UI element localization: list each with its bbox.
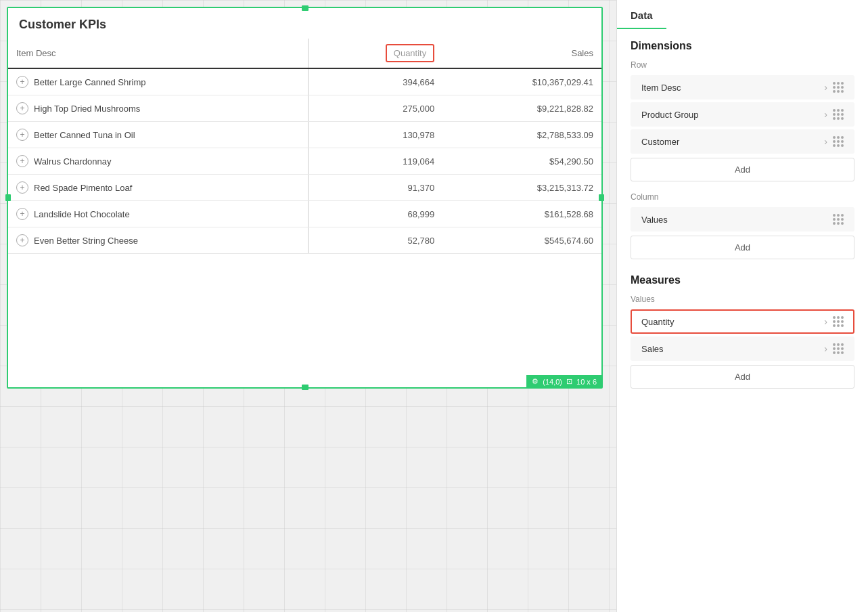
badge-size: 10 x 6 bbox=[576, 378, 597, 386]
chevron-icon: › bbox=[824, 109, 827, 120]
dimension-values[interactable]: Values bbox=[631, 207, 854, 232]
resize-handle-bottom[interactable] bbox=[302, 385, 309, 390]
dimension-customer[interactable]: Customer › bbox=[631, 129, 854, 154]
table-cell-quantity: 130,978 bbox=[308, 122, 442, 148]
dimension-item-desc-label: Item Desc bbox=[641, 83, 681, 93]
dots-icon[interactable] bbox=[833, 316, 844, 327]
dots-icon[interactable] bbox=[833, 82, 844, 93]
dimension-product-group[interactable]: Product Group › bbox=[631, 102, 854, 127]
table-row[interactable]: +Landslide Hot Chocolate68,999$161,528.6… bbox=[8, 201, 601, 227]
table-cell-item: +Landslide Hot Chocolate bbox=[8, 201, 308, 227]
expand-icon[interactable]: + bbox=[16, 76, 28, 88]
measures-add-button[interactable]: Add bbox=[631, 365, 854, 389]
table-cell-item: +Red Spade Pimento Loaf bbox=[8, 175, 308, 201]
table-cell-item: +Better Large Canned Shrimp bbox=[8, 68, 308, 95]
measures-header: Measures bbox=[617, 263, 868, 290]
item-name: Red Spade Pimento Loaf bbox=[34, 183, 132, 193]
table-row[interactable]: +Walrus Chardonnay119,064$54,290.50 bbox=[8, 148, 601, 175]
data-table: Item Desc Quantity Sales +Better Large C… bbox=[8, 39, 601, 254]
table-row[interactable]: +High Top Dried Mushrooms275,000$9,221,8… bbox=[8, 95, 601, 122]
resize-handle-right[interactable] bbox=[599, 194, 604, 201]
dots-icon[interactable] bbox=[833, 136, 844, 147]
expand-icon[interactable]: + bbox=[16, 181, 28, 194]
dots-icon[interactable] bbox=[833, 109, 844, 120]
widget-badge: ⚙ (14,0) ⊡ 10 x 6 bbox=[526, 375, 602, 388]
resize-handle-top[interactable] bbox=[302, 5, 309, 11]
table-cell-item: +Even Better String Cheese bbox=[8, 227, 308, 254]
right-panel: Data Dimensions Row Item Desc › Product … bbox=[616, 0, 868, 612]
table-row[interactable]: +Better Canned Tuna in Oil130,978$2,788,… bbox=[8, 122, 601, 148]
table-cell-sales: $10,367,029.41 bbox=[442, 68, 601, 95]
expand-icon[interactable]: + bbox=[16, 208, 28, 220]
chevron-icon: › bbox=[824, 316, 827, 327]
table-cell-quantity: 52,780 bbox=[308, 227, 442, 254]
expand-icon[interactable]: + bbox=[16, 102, 28, 114]
expand-icon[interactable]: + bbox=[16, 155, 28, 167]
table-cell-item: +Better Canned Tuna in Oil bbox=[8, 122, 308, 148]
item-name: Walrus Chardonnay bbox=[34, 156, 111, 167]
column-add-button[interactable]: Add bbox=[631, 236, 854, 259]
dimension-values-controls bbox=[833, 214, 844, 225]
table-cell-quantity: 119,064 bbox=[308, 148, 442, 175]
dimensions-header: Dimensions bbox=[617, 29, 868, 56]
table-cell-sales: $54,290.50 bbox=[442, 148, 601, 175]
table-row[interactable]: +Better Large Canned Shrimp394,664$10,36… bbox=[8, 68, 601, 95]
resize-handle-left[interactable] bbox=[5, 194, 11, 201]
column-label: Column bbox=[617, 188, 868, 204]
dots-icon[interactable] bbox=[833, 214, 844, 225]
badge-position: (14,0) bbox=[543, 378, 562, 386]
item-name: High Top Dried Mushrooms bbox=[34, 104, 140, 114]
dimension-product-group-label: Product Group bbox=[641, 110, 699, 120]
dimension-customer-controls: › bbox=[824, 136, 844, 147]
measure-quantity[interactable]: Quantity › bbox=[631, 309, 854, 334]
measure-quantity-controls: › bbox=[824, 316, 844, 327]
values-label: Values bbox=[617, 290, 868, 307]
item-name: Better Large Canned Shrimp bbox=[34, 77, 145, 87]
col-item-desc: Item Desc bbox=[8, 39, 308, 68]
dimension-item-desc[interactable]: Item Desc › bbox=[631, 75, 854, 100]
dots-icon[interactable] bbox=[833, 343, 844, 354]
canvas-area: Customer KPIs Item Desc Quantity Sales +… bbox=[0, 0, 616, 612]
col-sales-header: Sales bbox=[442, 39, 601, 68]
table-row[interactable]: +Even Better String Cheese52,780$545,674… bbox=[8, 227, 601, 254]
measure-quantity-label: Quantity bbox=[641, 317, 674, 327]
dimension-item-desc-controls: › bbox=[824, 82, 844, 93]
chevron-icon: › bbox=[824, 136, 827, 147]
chevron-icon: › bbox=[824, 82, 827, 93]
table-cell-sales: $9,221,828.82 bbox=[442, 95, 601, 122]
expand-icon[interactable]: + bbox=[16, 129, 28, 141]
table-cell-item: +Walrus Chardonnay bbox=[8, 148, 308, 175]
table-row[interactable]: +Red Spade Pimento Loaf91,370$3,215,313.… bbox=[8, 175, 601, 201]
row-add-button[interactable]: Add bbox=[631, 158, 854, 181]
table-cell-quantity: 91,370 bbox=[308, 175, 442, 201]
tab-data[interactable]: Data bbox=[617, 0, 666, 29]
table-cell-quantity: 275,000 bbox=[308, 95, 442, 122]
widget-container[interactable]: Customer KPIs Item Desc Quantity Sales +… bbox=[7, 7, 603, 389]
table-cell-sales: $3,215,313.72 bbox=[442, 175, 601, 201]
measure-sales-label: Sales bbox=[641, 344, 664, 354]
item-name: Better Canned Tuna in Oil bbox=[34, 130, 135, 140]
col-quantity-header[interactable]: Quantity bbox=[308, 39, 442, 68]
table-cell-item: +High Top Dried Mushrooms bbox=[8, 95, 308, 122]
badge-resize-icon: ⊡ bbox=[566, 377, 572, 386]
item-name: Even Better String Cheese bbox=[34, 236, 138, 246]
row-label: Row bbox=[617, 56, 868, 72]
table-cell-sales: $545,674.60 bbox=[442, 227, 601, 254]
item-name: Landslide Hot Chocolate bbox=[34, 209, 130, 219]
table-cell-sales: $161,528.68 bbox=[442, 201, 601, 227]
expand-icon[interactable]: + bbox=[16, 234, 28, 246]
table-header-row: Item Desc Quantity Sales bbox=[8, 39, 601, 68]
measure-sales[interactable]: Sales › bbox=[631, 336, 854, 361]
measure-sales-controls: › bbox=[824, 343, 844, 354]
table-cell-sales: $2,788,533.09 bbox=[442, 122, 601, 148]
table-cell-quantity: 68,999 bbox=[308, 201, 442, 227]
dimension-product-group-controls: › bbox=[824, 109, 844, 120]
table-cell-quantity: 394,664 bbox=[308, 68, 442, 95]
widget-title: Customer KPIs bbox=[8, 8, 601, 39]
chevron-icon: › bbox=[824, 343, 827, 354]
badge-gear-icon: ⚙ bbox=[532, 377, 539, 386]
dimension-values-label: Values bbox=[641, 215, 668, 225]
dimension-customer-label: Customer bbox=[641, 137, 679, 147]
